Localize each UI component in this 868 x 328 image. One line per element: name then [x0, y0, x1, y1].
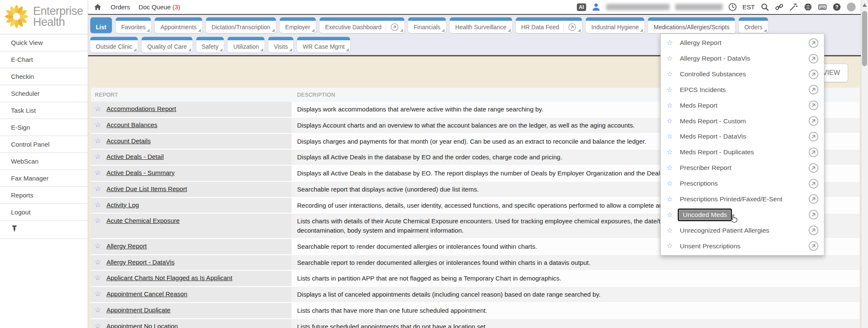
- sidebar-item-scheduler[interactable]: Scheduler: [0, 85, 88, 102]
- breadcrumb-orders[interactable]: Orders: [111, 3, 130, 11]
- open-report-icon[interactable]: [808, 69, 819, 80]
- tab-hr-data-feed[interactable]: HR Data Feed: [516, 17, 582, 33]
- favorite-star-icon[interactable]: ☆: [95, 105, 101, 113]
- favorite-star-icon[interactable]: ☆: [667, 180, 676, 187]
- tab-safety[interactable]: Safety: [196, 37, 224, 53]
- favorite-star-icon[interactable]: ☆: [667, 133, 676, 140]
- favorite-star-icon[interactable]: ☆: [95, 290, 101, 298]
- menu-item-allergy-report[interactable]: ☆ Allergy Report: [661, 35, 824, 51]
- help-icon[interactable]: ?: [832, 3, 841, 11]
- favorite-star-icon[interactable]: ☆: [667, 39, 676, 47]
- globe-icon[interactable]: [804, 3, 812, 11]
- favorite-star-icon[interactable]: ☆: [667, 227, 676, 234]
- report-link[interactable]: Allergy Report - DataVis: [106, 258, 175, 266]
- home-icon[interactable]: [93, 3, 102, 11]
- tab-industrial-hygiene[interactable]: Industrial Hygiene: [586, 17, 644, 33]
- favorite-star-icon[interactable]: ☆: [667, 102, 676, 109]
- open-report-icon[interactable]: [808, 241, 819, 251]
- report-link[interactable]: Allergy Report: [106, 242, 147, 250]
- favorite-star-icon[interactable]: ☆: [95, 169, 101, 177]
- sidebar-item-reports[interactable]: Reports: [0, 187, 88, 204]
- sidebar-item-fax-manager[interactable]: Fax Manager: [0, 170, 88, 187]
- favorite-star-icon[interactable]: ☆: [95, 153, 101, 161]
- menu-item-epcs-incidents[interactable]: ☆ EPCS Incidents: [661, 82, 824, 98]
- tab-external-link[interactable]: [563, 23, 576, 31]
- report-link[interactable]: Active Deals - Summary: [106, 169, 175, 176]
- menu-item-meds-report-custom[interactable]: ☆ Meds Report - Custom: [661, 113, 824, 129]
- favorite-star-icon[interactable]: ☆: [95, 201, 101, 209]
- tab-outside-clinic[interactable]: Outside Clinic: [90, 37, 138, 53]
- report-link[interactable]: Accommodations Report: [106, 105, 176, 112]
- open-report-icon[interactable]: [808, 147, 819, 158]
- menu-item-unsent-prescriptions[interactable]: ☆ Unsent Prescriptions: [661, 238, 824, 254]
- tab-dictation-transcription[interactable]: Dictation/Transcription: [206, 17, 276, 33]
- sidebar-item-task-list[interactable]: Task List: [0, 102, 88, 119]
- sidebar-item-e-chart[interactable]: E-Chart: [0, 51, 88, 68]
- report-link[interactable]: Applicant Charts Not Flagged as Is Appli…: [106, 274, 232, 281]
- tab-visits[interactable]: Visits: [268, 37, 293, 53]
- favorite-star-icon[interactable]: ☆: [667, 86, 676, 94]
- favorite-star-icon[interactable]: ☆: [95, 274, 101, 282]
- scrollbar-thumb[interactable]: [862, 11, 867, 66]
- ai-badge[interactable]: AI: [577, 3, 586, 11]
- magic-wand-icon[interactable]: [789, 3, 798, 11]
- tab-favorites[interactable]: Favorites: [116, 17, 151, 33]
- tab-quality-of-care[interactable]: Quality of Care: [142, 37, 192, 53]
- sidebar-item-logout[interactable]: Logout: [0, 204, 88, 221]
- favorite-star-icon[interactable]: ☆: [95, 217, 101, 225]
- menu-item-uncoded-meds[interactable]: ☆ Uncoded Meds: [661, 207, 824, 222]
- favorite-star-icon[interactable]: ☆: [667, 55, 676, 62]
- open-report-icon[interactable]: [808, 225, 819, 236]
- report-link[interactable]: Acute Chemical Exposure: [106, 217, 180, 224]
- sidebar-item-quick-view[interactable]: Quick View: [0, 34, 88, 51]
- tab-appointments[interactable]: Appointments: [155, 17, 202, 33]
- favorite-star-icon[interactable]: ☆: [667, 164, 676, 172]
- report-link[interactable]: Activity Log: [106, 201, 139, 208]
- open-report-icon[interactable]: [808, 194, 819, 204]
- menu-item-prescriber-report[interactable]: ☆ Prescriber Report: [661, 160, 824, 176]
- favorite-star-icon[interactable]: ☆: [95, 242, 101, 250]
- menu-item-prescriptions-printed-faxed-e-sent[interactable]: ☆ Prescriptions Printed/Faxed/E-Sent: [661, 191, 824, 207]
- tab-financials[interactable]: Financials: [408, 17, 446, 33]
- open-report-icon[interactable]: [808, 131, 819, 142]
- favorite-star-icon[interactable]: ☆: [95, 185, 101, 193]
- tab-executive-dashboard[interactable]: Executive Dashboard: [320, 17, 404, 33]
- favorite-star-icon[interactable]: ☆: [667, 117, 676, 125]
- breadcrumb-doc-queue[interactable]: Doc Queue (3): [139, 3, 180, 11]
- favorite-star-icon[interactable]: ☆: [667, 70, 676, 78]
- report-link[interactable]: Account Details: [106, 137, 150, 145]
- report-link[interactable]: Appointment Cancel Reason: [106, 290, 187, 297]
- user-icon[interactable]: [592, 3, 601, 11]
- report-link[interactable]: Account Balances: [106, 121, 157, 128]
- favorite-star-icon[interactable]: ☆: [667, 148, 676, 156]
- tab-utilization[interactable]: Utilization: [228, 37, 264, 53]
- tab-health-surveillance[interactable]: Health Surveillance: [450, 17, 512, 33]
- tab-external-link[interactable]: [386, 23, 399, 31]
- keyboard-icon[interactable]: [818, 3, 827, 11]
- menu-item-unrecognized-patient-allergies[interactable]: ☆ Unrecognized Patient Allergies: [661, 222, 824, 238]
- report-link[interactable]: Active Due List Items Report: [106, 185, 187, 192]
- favorite-star-icon[interactable]: ☆: [667, 242, 676, 250]
- tab-list[interactable]: List: [90, 17, 112, 33]
- open-report-icon[interactable]: [808, 178, 819, 189]
- tab-employer[interactable]: Employer: [280, 17, 316, 33]
- scroll-up-arrow[interactable]: [862, 3, 867, 7]
- search-icon[interactable]: [760, 3, 769, 11]
- menu-item-allergy-report-datavis[interactable]: ☆ Allergy Report - DataVis: [661, 51, 824, 67]
- favorite-star-icon[interactable]: ☆: [95, 306, 101, 314]
- open-report-icon[interactable]: [808, 209, 819, 220]
- tab-medications-allergies-scripts[interactable]: Medications/Allergies/Scripts: [648, 17, 735, 33]
- report-link[interactable]: Appointment Duplicate: [106, 306, 170, 314]
- menu-item-meds-report-duplicates[interactable]: ☆ Meds Report - Duplicates: [661, 145, 824, 160]
- menu-item-meds-report[interactable]: ☆ Meds Report: [661, 97, 824, 113]
- favorite-star-icon[interactable]: ☆: [667, 211, 676, 219]
- menu-item-controlled-substances[interactable]: ☆ Controlled Substances: [661, 67, 824, 82]
- open-report-icon[interactable]: [808, 38, 819, 48]
- report-link[interactable]: Active Deals - Detail: [106, 153, 164, 160]
- sidebar-item-e-sign[interactable]: E-Sign: [0, 119, 88, 136]
- pin-icon[interactable]: [11, 225, 18, 233]
- menu-item-prescriptions[interactable]: ☆ Prescriptions: [661, 176, 824, 192]
- open-report-icon[interactable]: [808, 100, 819, 111]
- link-icon[interactable]: [775, 3, 784, 11]
- menu-item-meds-report-datavis[interactable]: ☆ Meds Report - DataVis: [661, 129, 824, 145]
